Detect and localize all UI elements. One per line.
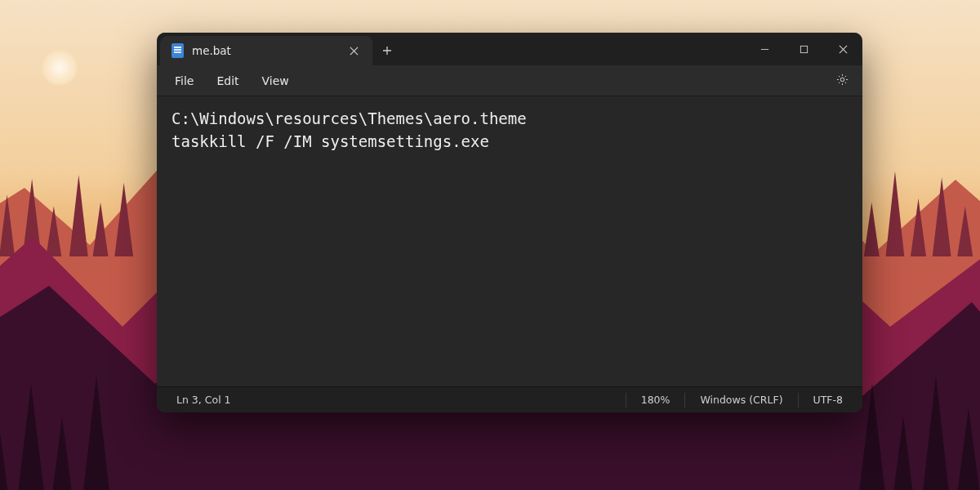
wallpaper-sun: [41, 49, 78, 87]
text-editor[interactable]: C:\Windows\resources\Themes\aero.theme t…: [157, 96, 862, 386]
settings-button[interactable]: [830, 69, 854, 93]
gear-icon: [835, 73, 849, 89]
svg-point-1: [840, 78, 844, 82]
status-bar: Ln 3, Col 1 180% Windows (CRLF) UTF-8: [157, 386, 862, 412]
status-zoom[interactable]: 180%: [626, 387, 685, 412]
status-line-ending[interactable]: Windows (CRLF): [685, 387, 797, 412]
svg-rect-0: [800, 46, 807, 52]
tab-title: me.bat: [192, 44, 335, 57]
notepad-window: me.bat File Edit View C:\Windows\res: [157, 33, 862, 412]
status-cursor-position[interactable]: Ln 3, Col 1: [162, 387, 246, 412]
new-tab-button[interactable]: [372, 36, 402, 65]
close-tab-button[interactable]: [343, 40, 364, 61]
menu-file[interactable]: File: [165, 69, 203, 92]
minimize-button[interactable]: [745, 33, 784, 65]
document-tab[interactable]: me.bat: [160, 36, 372, 65]
status-encoding[interactable]: UTF-8: [799, 387, 858, 412]
title-bar[interactable]: me.bat: [157, 33, 862, 65]
menu-edit[interactable]: Edit: [207, 69, 248, 92]
close-window-button[interactable]: [823, 33, 862, 65]
menu-view[interactable]: View: [252, 69, 299, 92]
menu-bar: File Edit View: [157, 65, 862, 96]
maximize-button[interactable]: [784, 33, 823, 65]
notepad-doc-icon: [172, 43, 184, 58]
